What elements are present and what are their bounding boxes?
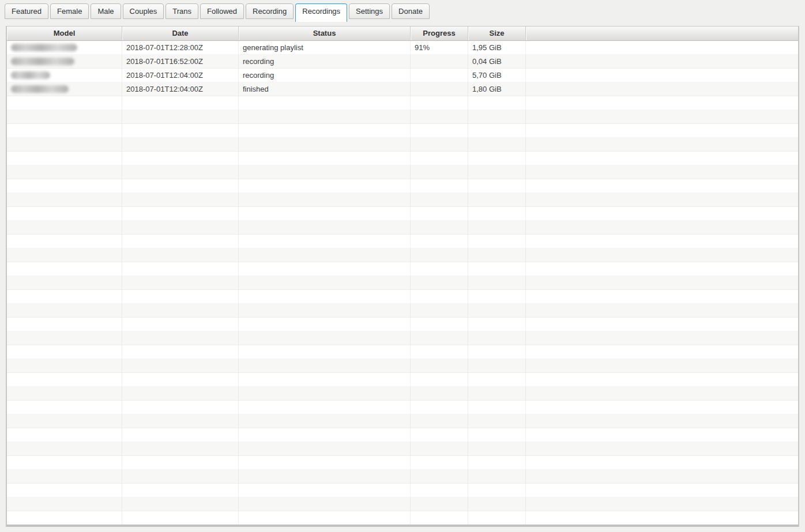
cell-extra <box>526 290 798 304</box>
cell-model <box>7 414 122 428</box>
tab-female[interactable]: Female <box>50 3 89 19</box>
table-row-empty[interactable] <box>7 193 798 207</box>
cell-extra <box>526 207 798 221</box>
cell-status <box>239 470 411 484</box>
cell-progress <box>411 262 468 276</box>
table-row-empty[interactable] <box>7 110 798 124</box>
cell-progress <box>411 497 468 511</box>
table-row-empty[interactable] <box>7 428 798 442</box>
tab-trans[interactable]: Trans <box>165 3 198 19</box>
column-header-extra[interactable] <box>526 27 798 40</box>
column-header-date[interactable]: Date <box>122 27 239 40</box>
cell-extra <box>526 511 798 525</box>
table-row[interactable]: 2018-07-01T12:04:00Zfinished1,80 GiB <box>7 82 798 96</box>
cell-date <box>122 276 239 290</box>
cell-extra <box>526 221 798 235</box>
table-row-empty[interactable] <box>7 484 798 497</box>
table-row-empty[interactable] <box>7 497 798 511</box>
table-row-empty[interactable] <box>7 138 798 152</box>
table-row-empty[interactable] <box>7 304 798 318</box>
cell-progress <box>411 110 468 124</box>
cell-extra <box>526 193 798 207</box>
table-row-empty[interactable] <box>7 124 798 138</box>
cell-date <box>122 262 239 276</box>
tab-recording[interactable]: Recording <box>246 3 294 19</box>
cell-extra <box>526 262 798 276</box>
cell-status <box>239 276 411 290</box>
tab-recordings[interactable]: Recordings <box>295 3 347 22</box>
table-row[interactable]: 2018-07-01T16:52:00Zrecording0,04 GiB <box>7 55 798 69</box>
cell-date <box>122 96 239 110</box>
column-header-size[interactable]: Size <box>468 27 526 40</box>
table-row-empty[interactable] <box>7 248 798 262</box>
tab-couples[interactable]: Couples <box>123 3 164 19</box>
cell-extra <box>526 318 798 331</box>
table-row-empty[interactable] <box>7 414 798 428</box>
cell-extra <box>526 442 798 456</box>
cell-status <box>239 221 411 235</box>
cell-extra <box>526 428 798 442</box>
cell-status <box>239 331 411 345</box>
cell-model <box>7 484 122 497</box>
tab-donate[interactable]: Donate <box>392 3 430 19</box>
cell-model <box>7 331 122 345</box>
table-row-empty[interactable] <box>7 511 798 525</box>
cell-size <box>468 428 526 442</box>
tab-settings[interactable]: Settings <box>349 3 390 19</box>
cell-progress <box>411 414 468 428</box>
table-row-empty[interactable] <box>7 401 798 414</box>
cell-status <box>239 152 411 165</box>
table-row-empty[interactable] <box>7 276 798 290</box>
cell-size: 1,80 GiB <box>468 82 526 96</box>
cell-status <box>239 387 411 401</box>
table-row-empty[interactable] <box>7 165 798 179</box>
cell-extra <box>526 124 798 138</box>
table-row-empty[interactable] <box>7 373 798 387</box>
cell-extra <box>526 82 798 96</box>
cell-date <box>122 442 239 456</box>
cell-progress <box>411 248 468 262</box>
cell-progress <box>411 179 468 193</box>
cell-date <box>122 359 239 373</box>
table-row-empty[interactable] <box>7 221 798 235</box>
table-row-empty[interactable] <box>7 152 798 165</box>
cell-status: recording <box>239 69 411 82</box>
table-row[interactable]: 2018-07-01T12:28:00Zgenerating playlist9… <box>7 41 798 55</box>
table-row-empty[interactable] <box>7 331 798 345</box>
table-row-empty[interactable] <box>7 359 798 373</box>
cell-status <box>239 165 411 179</box>
redacted-model-name <box>11 71 50 79</box>
table-row-empty[interactable] <box>7 262 798 276</box>
cell-date <box>122 318 239 331</box>
cell-status <box>239 179 411 193</box>
table-row-empty[interactable] <box>7 387 798 401</box>
table-row-empty[interactable] <box>7 318 798 331</box>
tab-male[interactable]: Male <box>91 3 121 19</box>
table-row-empty[interactable] <box>7 456 798 470</box>
table-row-empty[interactable] <box>7 207 798 221</box>
cell-extra <box>526 345 798 359</box>
cell-progress <box>411 69 468 82</box>
cell-extra <box>526 456 798 470</box>
cell-date <box>122 221 239 235</box>
column-header-status[interactable]: Status <box>239 27 411 40</box>
cell-model <box>7 41 122 55</box>
redacted-model-name <box>11 44 77 51</box>
table-row-empty[interactable] <box>7 345 798 359</box>
table-row-empty[interactable] <box>7 470 798 484</box>
cell-status <box>239 318 411 331</box>
cell-progress <box>411 387 468 401</box>
cell-size <box>468 262 526 276</box>
tab-followed[interactable]: Followed <box>200 3 244 19</box>
table-row[interactable]: 2018-07-01T12:04:00Zrecording5,70 GiB <box>7 69 798 82</box>
table-row-empty[interactable] <box>7 290 798 304</box>
table-row-empty[interactable] <box>7 442 798 456</box>
cell-status <box>239 207 411 221</box>
cell-date <box>122 179 239 193</box>
table-row-empty[interactable] <box>7 96 798 110</box>
table-row-empty[interactable] <box>7 179 798 193</box>
column-header-progress[interactable]: Progress <box>411 27 468 40</box>
tab-featured[interactable]: Featured <box>5 3 48 19</box>
column-header-model[interactable]: Model <box>7 27 122 40</box>
table-row-empty[interactable] <box>7 235 798 248</box>
